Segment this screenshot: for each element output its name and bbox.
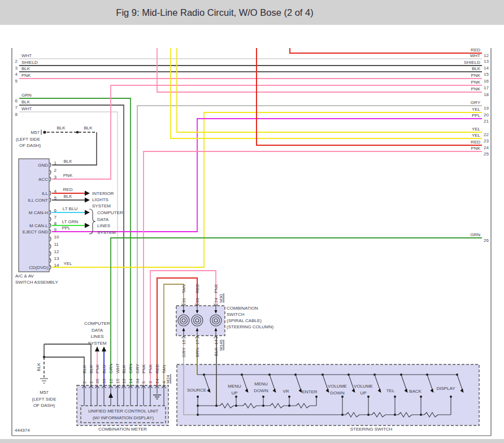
svg-text:ACC: ACC	[38, 177, 48, 182]
svg-text:BLK: BLK	[82, 364, 87, 373]
svg-text:35: 35	[95, 379, 100, 384]
svg-text:16: 16	[484, 79, 489, 84]
svg-text:COMBINATION METER: COMBINATION METER	[98, 427, 147, 432]
svg-text:(LEFT SIDE: (LEFT SIDE	[16, 137, 40, 142]
wiring-diagram-page: Fig 9: Mid-Line Radio Circuit, W/O Bose …	[0, 0, 504, 443]
svg-text:SYSTEM: SYSTEM	[97, 230, 116, 235]
svg-text:12: 12	[484, 53, 489, 58]
svg-text:M CAN-H: M CAN-H	[29, 210, 48, 215]
svg-text:SHIELD: SHIELD	[21, 60, 38, 65]
svg-text:GRN: GRN	[470, 232, 480, 237]
svg-text:20: 20	[484, 112, 489, 118]
component-boxes	[19, 159, 479, 425]
svg-text:(SPIRAL CABLE): (SPIRAL CABLE)	[227, 318, 262, 323]
svg-text:7: 7	[15, 105, 18, 110]
svg-text:4: 4	[15, 72, 18, 77]
svg-text:LT BLU: LT BLU	[63, 206, 78, 211]
svg-text:VOLUME: VOLUME	[354, 384, 373, 389]
svg-text:BLK: BLK	[63, 159, 72, 164]
svg-text:19: 19	[484, 106, 489, 111]
svg-text:M30: M30	[219, 294, 224, 303]
svg-text:BLK: BLK	[84, 125, 93, 131]
svg-text:BRN: BRN	[195, 348, 200, 357]
svg-text:A/C & AV: A/C & AV	[15, 273, 34, 279]
arrow-up-icon	[102, 346, 106, 351]
svg-text:M149: M149	[219, 339, 224, 351]
svg-text:RED: RED	[471, 47, 480, 53]
svg-text:WHT: WHT	[115, 363, 120, 373]
svg-text:SHIELD: SHIELD	[464, 60, 480, 65]
svg-text:TAN: TAN	[162, 364, 167, 373]
svg-text:BLK: BLK	[214, 347, 219, 356]
svg-text:MENU: MENU	[228, 384, 241, 389]
svg-text:M57: M57	[31, 130, 40, 135]
svg-text:PNK: PNK	[95, 364, 100, 373]
svg-text:7: 7	[54, 215, 57, 220]
svg-text:39: 39	[102, 379, 107, 384]
svg-text:DISPLAY: DISPLAY	[436, 386, 455, 391]
svg-text:COMPUTER: COMPUTER	[97, 210, 123, 215]
svg-text:ILL CONT: ILL CONT	[28, 198, 48, 203]
av-switch-wires	[41, 130, 97, 234]
svg-text:COMPUTER: COMPUTER	[84, 321, 110, 326]
svg-text:3: 3	[54, 175, 57, 180]
svg-text:14: 14	[214, 339, 219, 344]
svg-text:YEL: YEL	[472, 133, 481, 138]
svg-text:13: 13	[54, 256, 59, 261]
svg-text:SYSTEM: SYSTEM	[88, 341, 107, 346]
svg-text:TAN: TAN	[181, 284, 186, 293]
left-wire-labels: WHT2 SHIELD3 BLK4 PNK5 GRN6 BLK7 WHT8	[15, 53, 38, 117]
svg-text:10: 10	[54, 234, 59, 240]
svg-text:5: 5	[54, 196, 57, 201]
svg-text:CD(DVD): CD(DVD)	[29, 265, 48, 270]
wire-24-red	[257, 48, 482, 145]
svg-text:GRY: GRY	[181, 347, 186, 357]
steering-switch-box	[177, 364, 479, 425]
svg-text:LIGHTS: LIGHTS	[92, 197, 108, 202]
svg-text:UP: UP	[231, 390, 237, 396]
svg-text:5: 5	[141, 381, 146, 384]
svg-text:(W/ INFORMATION DISPLAY): (W/ INFORMATION DISPLAY)	[93, 415, 154, 420]
svg-text:YEL: YEL	[472, 127, 481, 132]
svg-text:(STEERING COLUMN): (STEERING COLUMN)	[227, 324, 273, 329]
svg-text:COMBINATION: COMBINATION	[227, 306, 258, 311]
svg-text:12: 12	[108, 379, 114, 384]
svg-text:GRN: GRN	[108, 363, 114, 373]
svg-text:GND: GND	[38, 163, 48, 168]
svg-text:18: 18	[484, 92, 489, 97]
arrow-right-icon	[85, 191, 90, 196]
svg-text:3: 3	[148, 381, 153, 384]
svg-text:M CAN-L: M CAN-L	[29, 223, 48, 228]
arrow-up-icon	[95, 346, 99, 351]
svg-text:BLK: BLK	[89, 364, 94, 373]
svg-text:2: 2	[15, 59, 18, 64]
svg-text:OF DASH): OF DASH)	[19, 143, 41, 148]
arrow-right-icon	[85, 223, 90, 228]
svg-text:13: 13	[484, 59, 489, 64]
arrow-right-icon	[85, 198, 90, 203]
svg-text:M24: M24	[166, 375, 171, 384]
svg-text:DATA: DATA	[92, 328, 103, 333]
svg-text:14: 14	[54, 263, 59, 268]
svg-text:GRY: GRY	[135, 363, 140, 373]
av-switch-box	[19, 159, 49, 272]
svg-text:6: 6	[15, 98, 18, 103]
svg-text:YEL: YEL	[63, 261, 72, 266]
svg-text:6: 6	[54, 208, 57, 213]
brace-icon	[89, 209, 95, 234]
svg-text:ENTER: ENTER	[302, 389, 317, 394]
svg-text:UP: UP	[360, 390, 366, 396]
svg-text:DATA: DATA	[97, 217, 109, 222]
svg-text:STEERING SWITCH: STEERING SWITCH	[350, 427, 393, 432]
svg-text:21: 21	[484, 119, 489, 124]
svg-text:PNK: PNK	[21, 73, 31, 78]
svg-text:LINES: LINES	[97, 223, 110, 228]
svg-text:LINES: LINES	[90, 334, 103, 339]
svg-text:14: 14	[128, 379, 133, 384]
wire-12-red	[290, 48, 482, 53]
svg-text:PNK: PNK	[148, 364, 153, 373]
svg-text:SWITCH ASSEMBLY: SWITCH ASSEMBLY	[15, 280, 59, 285]
svg-text:15: 15	[484, 72, 489, 77]
wires	[19, 48, 482, 385]
svg-text:BLK: BLK	[21, 66, 31, 71]
